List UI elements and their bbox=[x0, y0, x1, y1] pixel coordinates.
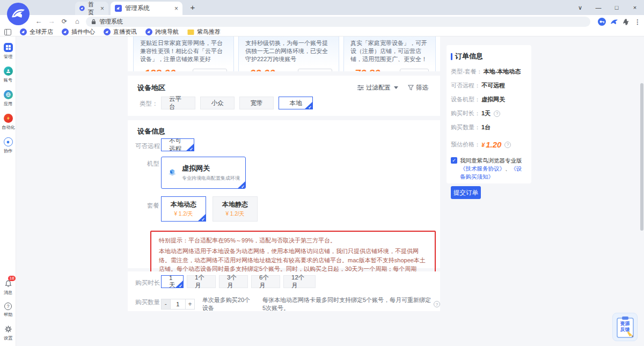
type-option-local[interactable]: 本地 bbox=[279, 97, 313, 109]
minimize-button[interactable]: — bbox=[589, 0, 608, 15]
model-card-virtual-gateway[interactable]: 虚拟网关 专业跨境电商配置集成环境 bbox=[161, 157, 246, 189]
price-label: 预估价格： bbox=[451, 141, 480, 149]
help-circle-icon[interactable] bbox=[504, 142, 511, 148]
gear-icon bbox=[4, 325, 13, 334]
select-now-button[interactable]: 立即选择 bbox=[298, 69, 332, 71]
filter-config-dropdown[interactable]: 过滤配置 bbox=[357, 84, 398, 92]
select-now-button[interactable]: 立即选择 bbox=[400, 69, 429, 71]
agree-checkbox[interactable]: ✓ bbox=[451, 157, 457, 164]
sidebar-item-manage[interactable]: 管理 bbox=[0, 43, 16, 60]
notice-title: 特别提示：平台适配率在95%～99%，适配与否取决于第三方平台。 bbox=[159, 236, 427, 245]
submit-order-button[interactable]: 提交订单 bbox=[451, 186, 481, 199]
plan-card-broadband[interactable]: 真实「家庭宽带设备」，可开设（注册）店铺，可运营店铺，适用范围更广、更安全！ ¥… bbox=[343, 36, 436, 71]
resource-feedback-button[interactable]: 资源 反馈 bbox=[612, 313, 638, 341]
select-now-button[interactable]: 立即选择 bbox=[193, 69, 227, 71]
type-option-cloud[interactable]: 云平台 bbox=[161, 97, 195, 109]
device-info-section: 设备信息 可否远程： 不可远程 机型： 虚拟网关 专业跨境电商配置集成环境 套餐… bbox=[128, 120, 440, 268]
funnel-icon bbox=[408, 85, 414, 91]
maximize-button[interactable]: □ bbox=[608, 0, 626, 15]
order-row-label: 设备机型： bbox=[451, 95, 480, 104]
filter-label: 筛选 bbox=[416, 84, 428, 92]
sliders-icon bbox=[357, 85, 364, 91]
tab-title: 管理系统 bbox=[125, 4, 150, 12]
tab-close-icon[interactable]: × bbox=[100, 5, 104, 12]
sidebar-item-collab[interactable]: 协作 bbox=[0, 137, 16, 154]
help-circle-icon[interactable] bbox=[434, 301, 440, 307]
plan-price: 76.80 bbox=[355, 68, 380, 71]
sidebar-item-label: 协作 bbox=[4, 148, 12, 154]
bookmark-crossborder-nav[interactable]: 跨境导航 bbox=[145, 28, 179, 36]
home-button[interactable]: ⌂ bbox=[72, 16, 83, 27]
tab-management-system[interactable]: 管理系统 × bbox=[111, 2, 182, 15]
bookmark-label: 全球开店 bbox=[30, 28, 53, 36]
bookmark-favicon-icon bbox=[20, 28, 27, 35]
package-name: 本地动态 bbox=[171, 200, 196, 209]
package-price: ¥ 1.2/天 bbox=[225, 210, 244, 218]
bookmark-label: 紫鸟推荐 bbox=[197, 28, 221, 36]
plan-card-cloud[interactable]: 支持秒级切换，为每一个账号提供独一无二的网络环境，已安全守护222万跨境账号 ¥… bbox=[238, 36, 339, 71]
type-label: 类型： bbox=[140, 100, 158, 108]
new-tab-button[interactable]: + bbox=[187, 2, 199, 14]
bookmark-live-news[interactable]: 直播资讯 bbox=[104, 28, 137, 36]
bookmark-global-store[interactable]: 全球开店 bbox=[20, 28, 53, 36]
type-option-niche[interactable]: 小众 bbox=[200, 97, 235, 109]
tab-close-icon[interactable]: × bbox=[174, 5, 178, 12]
duration-1-month[interactable]: 1个月 bbox=[187, 275, 216, 288]
quantity-value[interactable]: 1 bbox=[171, 299, 186, 310]
duration-3-month[interactable]: 3个月 bbox=[219, 275, 248, 288]
package-price: ¥ 1.2/天 bbox=[174, 210, 193, 218]
left-sidebar: 管理 账号 应用 自动化 协作 18 消息 ? 帮助 设置 bbox=[0, 36, 16, 346]
package-local-static[interactable]: 本地静态 ¥ 1.2/天 bbox=[213, 196, 258, 222]
order-info-panel: 订单信息 类型-套餐：本地-本地动态 可否远程：不可远程 设备机型：虚拟网关 购… bbox=[447, 45, 531, 183]
lock-icon bbox=[91, 19, 96, 25]
duration-6-month[interactable]: 6个月 bbox=[251, 275, 280, 288]
tab-home[interactable]: 首页 × bbox=[75, 2, 108, 15]
duration-1-day[interactable]: 1天 bbox=[161, 275, 184, 288]
quantity-plus-button[interactable]: + bbox=[185, 299, 195, 310]
bookmark-folder-ziniao[interactable]: 紫鸟推荐 bbox=[187, 28, 221, 36]
browser-overflow-menu-icon[interactable]: ⋮ bbox=[634, 18, 641, 26]
order-row-value: 本地-本地动态 bbox=[484, 68, 521, 76]
quantity-minus-button[interactable]: - bbox=[161, 299, 171, 310]
browser-menu-chevron-icon[interactable]: ∨ bbox=[571, 0, 589, 15]
tech-service-agreement-link[interactable]: 《技术服务协议》 bbox=[460, 165, 505, 172]
side-panel-icon[interactable] bbox=[4, 29, 11, 35]
section-title: 设备信息 bbox=[137, 127, 165, 136]
tab-favicon-icon bbox=[115, 5, 122, 12]
remote-option-no-remote[interactable]: 不可远程 bbox=[161, 138, 194, 151]
account-key-icon[interactable] bbox=[598, 18, 606, 26]
address-bar[interactable]: 管理系统 bbox=[86, 17, 590, 27]
sidebar-item-apps[interactable]: 应用 bbox=[0, 90, 16, 107]
bookmark-favicon-icon bbox=[104, 28, 111, 35]
sidebar-item-label: 账号 bbox=[4, 77, 12, 84]
forward-button[interactable]: → bbox=[46, 16, 57, 27]
back-button[interactable]: ← bbox=[33, 16, 44, 27]
help-icon: ? bbox=[4, 303, 12, 310]
feedback-label-line1: 资源 bbox=[616, 321, 634, 327]
quantity-hint-binding: 每张本地动态网络卡最多同时支持绑定5个账号，每月可重新绑定5次账号。 bbox=[262, 296, 431, 312]
help-circle-icon[interactable] bbox=[494, 111, 500, 117]
package-local-dynamic[interactable]: 本地动态 ¥ 1.2/天 bbox=[161, 196, 206, 222]
close-button[interactable]: × bbox=[626, 0, 644, 15]
sidebar-item-automation[interactable]: 自动化 bbox=[0, 114, 16, 131]
feedback-label-line2: 反馈 bbox=[616, 327, 634, 333]
plan-card-local[interactable]: 更贴近日常家庭宽带网络，平台兼容性更强！相比公有「云平台设备」，注册店铺效果更好… bbox=[133, 36, 234, 71]
filter-config-label: 过滤配置 bbox=[366, 84, 391, 92]
plan-description: 支持秒级切换，为每一个账号提供独一无二的网络环境，已安全守护222万跨境账号 bbox=[245, 39, 332, 63]
model-description: 专业跨境电商配置集成环境 bbox=[182, 175, 240, 182]
reload-button[interactable]: ⟳ bbox=[59, 16, 70, 27]
ziniao-bird-icon[interactable] bbox=[610, 18, 618, 26]
scrollbar-thumb[interactable] bbox=[640, 83, 643, 231]
sidebar-item-help[interactable]: ? 帮助 bbox=[0, 303, 16, 318]
title-accent-bar bbox=[451, 53, 452, 60]
extensions-puzzle-icon[interactable] bbox=[623, 18, 630, 26]
type-option-broadband[interactable]: 宽带 bbox=[239, 97, 274, 109]
duration-12-month[interactable]: 12个月 bbox=[283, 275, 316, 288]
bookmark-plugin-center[interactable]: 插件中心 bbox=[62, 28, 95, 36]
manage-grid-icon bbox=[4, 43, 13, 52]
sidebar-item-settings[interactable]: 设置 bbox=[0, 325, 16, 342]
filter-button[interactable]: 筛选 bbox=[408, 84, 428, 92]
sidebar-item-messages[interactable]: 18 消息 bbox=[0, 279, 16, 296]
order-row-label: 类型-套餐： bbox=[451, 68, 482, 76]
sidebar-item-account[interactable]: 账号 bbox=[0, 67, 16, 84]
